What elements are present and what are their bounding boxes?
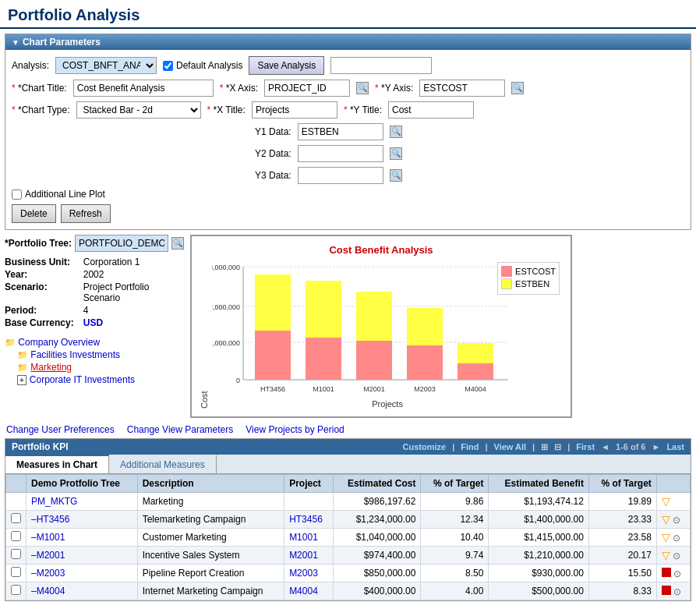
sep6: ► — [652, 442, 660, 451]
base-currency-label: Base Currency: — [5, 317, 74, 328]
kpi-header-title: Portfolio KPI — [12, 441, 69, 452]
save-analysis-button[interactable]: Save Analysis — [249, 56, 324, 75]
row-pct-target2: 19.89 — [588, 493, 656, 511]
y3-data-search-icon[interactable]: 🔍 — [390, 169, 402, 182]
tab-additional-measures[interactable]: Additional Measures — [109, 455, 217, 473]
grid-icon: ⊞ — [541, 442, 548, 452]
change-view-params-link[interactable]: Change View Parameters — [127, 424, 234, 435]
y-axis-search-icon[interactable]: 🔍 — [511, 82, 524, 94]
status-down-icon[interactable]: ▽ — [662, 531, 670, 543]
period-value: 4 — [83, 305, 184, 316]
row-tree-cell: –M2001 — [26, 547, 138, 565]
y1-data-search-icon[interactable]: 🔍 — [390, 126, 402, 138]
row-tree-link[interactable]: –M2003 — [31, 568, 65, 579]
row-tree-link[interactable]: –M2001 — [31, 550, 65, 561]
tab-measures-in-chart[interactable]: Measures in Chart — [5, 455, 109, 473]
save-analysis-name-input[interactable] — [330, 57, 432, 74]
bar-m1001-cost — [306, 338, 341, 380]
pagination-text: 1-6 of 6 — [616, 442, 646, 451]
business-unit-label: Business Unit: — [5, 257, 74, 267]
row-nav-icon[interactable]: ⊙ — [671, 568, 681, 579]
row-project: M2001 — [284, 547, 334, 565]
row-nav-icon[interactable]: ⊙ — [670, 551, 680, 561]
th-est-ben: Estimated Benefit — [489, 475, 588, 493]
row-checkbox[interactable] — [11, 567, 21, 577]
customize-link[interactable]: Customize — [403, 442, 447, 451]
default-analysis-checkbox[interactable] — [163, 61, 173, 71]
change-user-prefs-link[interactable]: Change User Preferences — [6, 424, 115, 435]
kpi-table: Demo Protfolio Tree Description Project … — [5, 474, 691, 600]
row-tree-link[interactable]: –HT3456 — [31, 514, 69, 525]
row-pct-target2: 15.50 — [588, 565, 656, 582]
x-axis-search-icon[interactable]: 🔍 — [356, 82, 369, 94]
row-pct-target2: 23.33 — [588, 511, 656, 529]
find-link[interactable]: Find — [461, 442, 479, 451]
view-projects-period-link[interactable]: View Projects by Period — [246, 424, 344, 435]
legend-item-estcost: ESTCOST — [501, 266, 556, 277]
row-tree-link[interactable]: –M4004 — [31, 586, 65, 597]
panel-header-label: Chart Parameters — [23, 37, 101, 48]
y-title-input[interactable] — [388, 101, 474, 119]
row-desc: Pipeline Report Creation — [137, 565, 284, 582]
row-actions: ▽ — [656, 493, 690, 511]
table-icon: ⊟ — [554, 442, 561, 452]
th-pct-target2: % of Target — [588, 475, 656, 493]
additional-line-checkbox[interactable] — [12, 189, 22, 200]
row-est-ben: $1,193,474.12 — [489, 493, 588, 511]
status-down-icon[interactable]: ▽ — [662, 495, 670, 508]
table-row: –M1001Customer MarketingM1001$1,040,000.… — [6, 529, 691, 547]
sep2: | — [485, 442, 487, 451]
y-axis-input[interactable] — [419, 80, 505, 97]
expand-corporate-it-icon[interactable]: + — [17, 375, 26, 385]
analysis-select[interactable]: COST_BNFT_ANALY — [55, 57, 157, 74]
chart-title-input[interactable] — [73, 80, 214, 97]
default-analysis-text: Default Analysis — [176, 60, 242, 71]
portfolio-tree-input[interactable] — [75, 235, 168, 252]
last-link[interactable]: Last — [666, 442, 684, 451]
scenario-label: Scenario: — [5, 281, 74, 303]
additional-line-text: Additional Line Plot — [25, 189, 105, 200]
collapse-arrow[interactable]: ▼ — [12, 38, 19, 47]
row-nav-icon[interactable]: ⊙ — [670, 515, 680, 526]
row-est-cost: $986,197.62 — [333, 493, 421, 511]
th-checkbox — [6, 475, 26, 493]
row-tree-link[interactable]: –M1001 — [31, 532, 65, 543]
row-nav-icon[interactable]: ⊙ — [670, 533, 680, 543]
table-row: –M2001Incentive Sales SystemM2001$974,40… — [6, 547, 691, 565]
row-checkbox[interactable] — [11, 549, 21, 559]
root-folder-icon: 📁 — [5, 338, 16, 347]
y-data-row: Y1 Data: 🔍 — [12, 123, 684, 140]
row-checkbox[interactable] — [11, 513, 21, 523]
status-down-icon[interactable]: ▽ — [662, 549, 670, 561]
y2-data-search-icon[interactable]: 🔍 — [390, 147, 402, 160]
row-checkbox[interactable] — [11, 531, 21, 541]
sep3: | — [532, 442, 535, 451]
th-project: Project — [284, 475, 334, 493]
x-axis-input[interactable] — [264, 80, 350, 97]
row-est-cost: $400,000.00 — [333, 582, 421, 600]
chart-parameters-panel: ▼ Chart Parameters Analysis: COST_BNFT_A… — [5, 34, 691, 230]
svg-text:1,000,000: 1,000,000 — [212, 339, 240, 347]
first-link[interactable]: First — [576, 442, 595, 451]
chart-type-select[interactable]: Stacked Bar - 2d — [76, 101, 201, 119]
refresh-button[interactable]: Refresh — [61, 204, 111, 223]
delete-button[interactable]: Delete — [12, 204, 56, 223]
facilities-link[interactable]: Facilities Investments — [30, 349, 120, 360]
row-checkbox[interactable] — [11, 585, 21, 595]
scenario-value: Project Portfolio Scenario — [83, 281, 184, 303]
y3-data-input[interactable] — [298, 167, 383, 184]
corporate-it-link[interactable]: Corporate IT Investments — [30, 374, 135, 385]
row-tree-link[interactable]: PM_MKTG — [31, 496, 77, 507]
x-title-input[interactable] — [252, 101, 337, 119]
row-nav-icon[interactable]: ⊙ — [671, 586, 681, 597]
marketing-link[interactable]: Marketing — [30, 362, 72, 373]
analysis-label: Analysis: — [12, 60, 49, 71]
status-down-icon[interactable]: ▽ — [662, 513, 670, 526]
year-value: 2002 — [83, 269, 184, 280]
view-all-link[interactable]: View All — [494, 442, 527, 451]
y1-data-label: Y1 Data: — [255, 126, 291, 137]
tree-root-link[interactable]: Company Overview — [18, 337, 100, 348]
portfolio-tree-search-icon[interactable]: 🔍 — [171, 237, 184, 250]
y2-data-input[interactable] — [298, 145, 383, 162]
y1-data-input[interactable] — [298, 123, 383, 140]
